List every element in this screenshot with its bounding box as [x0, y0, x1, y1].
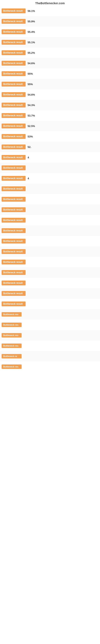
bottleneck-value: 53% — [28, 135, 33, 138]
bottleneck-value: 55.2% — [28, 51, 35, 54]
list-item: Bottleneck result55% — [0, 79, 100, 89]
bottleneck-value: 54.3% — [28, 104, 35, 107]
list-item: Bottleneck result — [0, 162, 100, 173]
bottleneck-label: Bottleneck result — [1, 61, 26, 66]
bottleneck-label: Bottleneck result — [1, 197, 26, 202]
bottleneck-label: Bottleneck result — [1, 30, 26, 34]
bottleneck-label: Bottleneck result — [1, 8, 26, 13]
bottleneck-label: Bottleneck result — [1, 291, 26, 296]
bottleneck-value: 55% — [28, 83, 33, 86]
list-item: Bottleneck result55.9% — [0, 16, 100, 26]
bottleneck-label: Bottleneck result — [1, 113, 26, 118]
bottleneck-label: Bottleneck result — [1, 155, 26, 160]
list-item: Bottleneck result4 — [0, 173, 100, 184]
list-item: Bottleneck result — [0, 215, 100, 226]
list-item: Bottleneck result — [0, 257, 100, 267]
bottleneck-label: Bottleneck result — [1, 186, 26, 191]
list-item: Bottleneck res — [0, 320, 100, 330]
bottleneck-label: Bottleneck result — [1, 270, 26, 275]
bottleneck-label: Bottleneck result — [1, 260, 26, 264]
list-item: Bottleneck re — [0, 351, 100, 362]
list-item: Bottleneck result — [0, 288, 100, 299]
list-item: Bottleneck result54.6% — [0, 58, 100, 68]
results-list: Bottleneck result56.1%Bottleneck result5… — [0, 6, 100, 372]
bottleneck-value: 55.1% — [28, 41, 35, 44]
bottleneck-value: 52.5% — [28, 124, 35, 128]
bottleneck-label: Bottleneck result — [1, 144, 26, 149]
list-item: Bottleneck result53.7% — [0, 110, 100, 121]
list-item: Bottleneck result55.1% — [0, 37, 100, 48]
bottleneck-label: Bottleneck result — [1, 280, 26, 285]
bottleneck-label: Bottleneck re — [1, 354, 22, 358]
bottleneck-label: Bottleneck result — [1, 218, 26, 222]
bottleneck-value: 4 — [28, 156, 29, 159]
bottleneck-label: Bottleneck result — [1, 176, 26, 181]
bottleneck-value: 52. — [28, 146, 31, 148]
list-item: Bottleneck result — [0, 226, 100, 236]
bottleneck-label: Bottleneck result — [1, 228, 26, 233]
header: TheBottlenecker.com — [0, 0, 100, 6]
bottleneck-label: Bottleneck result — [1, 92, 26, 97]
bottleneck-label: Bottleneck res — [1, 312, 22, 316]
bottleneck-label: Bottleneck result — [1, 19, 26, 24]
list-item: Bottleneck result55% — [0, 68, 100, 79]
bottleneck-label: Bottleneck res — [1, 364, 22, 369]
bottleneck-label: Bottleneck result — [1, 134, 26, 139]
bottleneck-label: Bottleneck result — [1, 249, 26, 254]
list-item: Bottleneck result52. — [0, 142, 100, 152]
bottleneck-value: 54.6% — [28, 62, 35, 65]
bottleneck-label: Bottleneck res — [1, 344, 22, 348]
list-item: Bottleneck result54.6% — [0, 89, 100, 100]
list-item: Bottleneck result — [0, 246, 100, 257]
bottleneck-label: Bottleneck result — [1, 124, 26, 128]
list-item: Bottleneck res — [0, 309, 100, 320]
bottleneck-value: 55.4% — [28, 30, 35, 34]
list-item: Bottleneck result56.1% — [0, 6, 100, 16]
bottleneck-label: Bottleneck result — [1, 82, 26, 86]
list-item: Bottleneck result — [0, 194, 100, 204]
list-item: Bottleneck result — [0, 204, 100, 215]
bottleneck-label: Bottleneck result — [1, 71, 26, 76]
list-item: Bottleneck result52.5% — [0, 121, 100, 131]
list-item: Bottleneck res — [0, 330, 100, 340]
bottleneck-value: 56.1% — [28, 10, 35, 12]
bottleneck-label: Bottleneck result — [1, 40, 26, 45]
bottleneck-label: Bottleneck result — [1, 166, 26, 170]
list-item: Bottleneck result55.2% — [0, 48, 100, 58]
bottleneck-value: 55% — [28, 72, 33, 75]
bottleneck-label: Bottleneck res — [1, 322, 22, 327]
list-item: Bottleneck res — [0, 340, 100, 351]
list-item: Bottleneck result54.3% — [0, 100, 100, 110]
bottleneck-label: Bottleneck result — [1, 103, 26, 108]
bottleneck-value: 53.7% — [28, 114, 35, 117]
bottleneck-label: Bottleneck result — [1, 207, 26, 212]
list-item: Bottleneck result — [0, 184, 100, 194]
list-item: Bottleneck result — [0, 267, 100, 278]
list-item: Bottleneck result — [0, 236, 100, 246]
bottleneck-value: 54.6% — [28, 93, 35, 96]
bottleneck-value: 55.9% — [28, 20, 35, 23]
bottleneck-value: 4 — [28, 177, 29, 180]
site-title: TheBottlenecker.com — [0, 0, 100, 6]
bottleneck-label: Bottleneck result — [1, 302, 26, 306]
bottleneck-label: Bottleneck res — [1, 333, 22, 338]
bottleneck-label: Bottleneck result — [1, 50, 26, 55]
bottleneck-label: Bottleneck result — [1, 239, 26, 244]
list-item: Bottleneck result — [0, 278, 100, 288]
list-item: Bottleneck result55.4% — [0, 26, 100, 37]
list-item: Bottleneck result — [0, 299, 100, 309]
list-item: Bottleneck result53% — [0, 131, 100, 142]
list-item: Bottleneck result4 — [0, 152, 100, 162]
list-item: Bottleneck res — [0, 362, 100, 372]
